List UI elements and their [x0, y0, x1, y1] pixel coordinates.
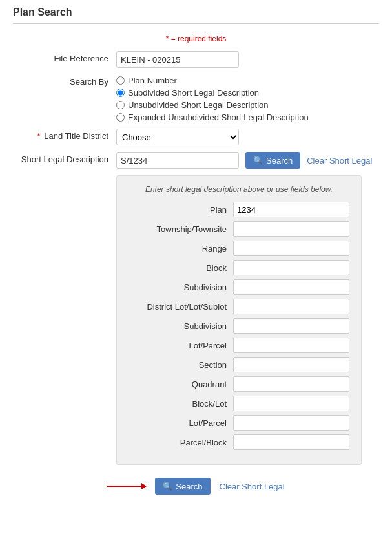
- field-input-subdivision1[interactable]: [233, 279, 349, 295]
- bottom-clear-short-legal-link[interactable]: Clear Short Legal: [220, 482, 285, 491]
- field-input-block[interactable]: [233, 260, 349, 275]
- field-label-plan: Plan: [130, 205, 233, 215]
- field-label-parcel-block: Parcel/Block: [130, 438, 233, 447]
- field-row-section: Section: [130, 357, 348, 372]
- radio-plan-number-input[interactable]: [116, 76, 125, 85]
- field-row-subdivision2: Subdivision: [130, 318, 348, 334]
- radio-subdivided-label: Subdivided Short Legal Description: [128, 88, 259, 98]
- field-row-block-lot: Block/Lot: [130, 396, 348, 411]
- field-label-district-lot: District Lot/Lot/Sublot: [130, 302, 233, 312]
- field-label-township: Township/Townsite: [130, 224, 233, 234]
- bottom-search-button-label: Search: [176, 482, 202, 491]
- radio-subdivided-input[interactable]: [116, 89, 125, 97]
- field-input-section[interactable]: [233, 357, 349, 372]
- field-row-block: Block: [130, 260, 348, 275]
- field-input-district-lot[interactable]: [233, 299, 349, 314]
- short-legal-row: Short Legal Description 🔍 Search Clear S…: [13, 152, 379, 169]
- short-legal-input[interactable]: [116, 152, 239, 169]
- search-icon: 🔍: [253, 156, 263, 165]
- field-label-subdivision2: Subdivision: [130, 321, 233, 331]
- bottom-actions: 🔍 Search Clear Short Legal: [13, 478, 379, 495]
- radio-subdivided[interactable]: Subdivided Short Legal Description: [116, 88, 309, 98]
- field-input-lot-parcel2[interactable]: [233, 415, 349, 431]
- radio-plan-number[interactable]: Plan Number: [116, 76, 309, 85]
- short-legal-controls: 🔍 Search Clear Short Legal: [116, 152, 372, 169]
- arrow-indicator: [107, 486, 146, 487]
- fields-box-note: Enter short legal description above or u…: [130, 185, 348, 194]
- file-reference-input[interactable]: [116, 51, 239, 68]
- field-label-section: Section: [130, 360, 233, 370]
- radio-unsubdivided-input[interactable]: [116, 101, 125, 109]
- page-container: Plan Search * = required fields File Ref…: [0, 0, 392, 508]
- radio-expanded[interactable]: Expanded Unsubdivided Short Legal Descri…: [116, 113, 309, 122]
- field-label-subdivision1: Subdivision: [130, 283, 233, 292]
- arrow-line: [107, 486, 146, 487]
- radio-unsubdivided[interactable]: Unsubdivided Short Legal Description: [116, 100, 309, 110]
- field-input-quadrant[interactable]: [233, 376, 349, 392]
- field-row-range: Range: [130, 241, 348, 256]
- file-reference-label: File Reference: [13, 51, 116, 63]
- field-input-block-lot[interactable]: [233, 396, 349, 411]
- field-label-quadrant: Quadrant: [130, 380, 233, 389]
- radio-expanded-input[interactable]: [116, 113, 125, 122]
- field-input-parcel-block[interactable]: [233, 434, 349, 450]
- search-button-label: Search: [266, 156, 293, 166]
- land-title-district-row: * Land Title District Choose: [13, 129, 379, 145]
- field-row-quadrant: Quadrant: [130, 376, 348, 392]
- field-row-district-lot: District Lot/Lot/Sublot: [130, 299, 348, 314]
- field-input-township[interactable]: [233, 221, 349, 237]
- field-label-block-lot: Block/Lot: [130, 399, 233, 409]
- required-star: *: [37, 131, 41, 141]
- bottom-search-icon: 🔍: [163, 482, 172, 491]
- field-row-subdivision1: Subdivision: [130, 279, 348, 295]
- field-row-lot-parcel1: Lot/Parcel: [130, 338, 348, 353]
- field-row-parcel-block: Parcel/Block: [130, 434, 348, 450]
- field-row-township: Township/Townsite: [130, 221, 348, 237]
- page-title: Plan Search: [13, 6, 379, 24]
- search-by-row: Search By Plan Number Subdivided Short L…: [13, 74, 379, 122]
- land-title-district-label: * Land Title District: [13, 129, 116, 141]
- field-label-range: Range: [130, 244, 233, 253]
- search-by-label: Search By: [13, 74, 116, 87]
- radio-unsubdivided-label: Unsubdivided Short Legal Description: [128, 100, 269, 110]
- search-button[interactable]: 🔍 Search: [245, 152, 300, 169]
- bottom-search-button[interactable]: 🔍 Search: [155, 478, 210, 495]
- search-by-options: Plan Number Subdivided Short Legal Descr…: [116, 74, 309, 122]
- radio-expanded-label: Expanded Unsubdivided Short Legal Descri…: [128, 113, 309, 122]
- radio-plan-number-label: Plan Number: [128, 76, 177, 85]
- field-row-plan: Plan: [130, 202, 348, 217]
- clear-short-legal-link[interactable]: Clear Short Legal: [307, 156, 372, 166]
- field-input-lot-parcel1[interactable]: [233, 338, 349, 353]
- field-input-range[interactable]: [233, 241, 349, 256]
- field-label-block: Block: [130, 263, 233, 273]
- required-note: * = required fields: [13, 34, 379, 43]
- field-input-subdivision2[interactable]: [233, 318, 349, 334]
- short-legal-label: Short Legal Description: [13, 152, 116, 164]
- fields-box: Enter short legal description above or u…: [116, 175, 362, 465]
- field-row-lot-parcel2: Lot/Parcel: [130, 415, 348, 431]
- required-note-text: * = required fields: [166, 34, 227, 43]
- field-label-lot-parcel1: Lot/Parcel: [130, 341, 233, 350]
- field-input-plan[interactable]: [233, 202, 349, 217]
- field-label-lot-parcel2: Lot/Parcel: [130, 418, 233, 428]
- land-title-district-select[interactable]: Choose: [116, 129, 239, 145]
- file-reference-row: File Reference: [13, 51, 379, 68]
